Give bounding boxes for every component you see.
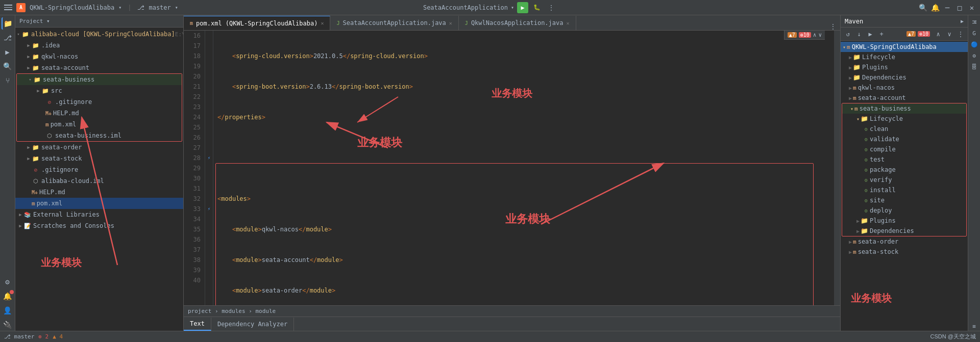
editor-scrollbar[interactable] [834, 31, 840, 305]
activity-project-icon[interactable]: 📁 [2, 17, 14, 30]
tree-item-scratches[interactable]: ▶ 📝 Scratches and Consoles [15, 220, 183, 231]
maven-tree-qkwl-nacos[interactable]: ▶ m qkwl-nacos [841, 83, 968, 93]
tree-item-seata-stock[interactable]: ▶ 📁 seata-stock [15, 153, 183, 164]
maven-label: verify [870, 176, 892, 183]
sidebar-content: ▾ 📁 alibaba-cloud [QKWL-SpringCloudAliba… [15, 28, 183, 331]
maven-tree-sb-lifecycle[interactable]: ▾ 📁 Lifecycle [842, 114, 966, 124]
tree-item-seata-account[interactable]: ▶ 📁 seata-account [15, 62, 183, 73]
maven-tree-package[interactable]: ⚙ package [842, 165, 966, 175]
maven-tree-site[interactable]: ⚙ site [842, 195, 966, 205]
tree-item-alibaba-cloud-iml[interactable]: ⬡ alibaba-cloud.iml [15, 175, 183, 187]
activity-search-icon[interactable]: 🔍 [2, 60, 14, 72]
maven-tree-dependencies[interactable]: ▶ 📁 Dependencies [841, 72, 968, 83]
maven-tree-deploy[interactable]: ⚙ deploy [842, 205, 966, 216]
activity-run-icon[interactable]: ▶ [2, 46, 14, 58]
tree-item-gitignore1[interactable]: ⊘ .gitignore [17, 96, 182, 108]
tree-label: Scratches and Consoles [33, 222, 114, 229]
activity-avatar-icon[interactable]: 👤 [2, 304, 14, 317]
run-button[interactable]: ▶ [517, 2, 528, 13]
close-button[interactable]: ✕ [968, 4, 976, 12]
run-config-dropdown[interactable]: ▾ [511, 5, 514, 10]
maven-tree-lifecycle[interactable]: ▶ 📁 Lifecycle [841, 52, 968, 62]
tree-item-alibaba-cloud[interactable]: ▾ 📁 alibaba-cloud [QKWL-SpringCloudAliba… [15, 29, 183, 40]
more-actions-button[interactable]: ⋮ [546, 2, 557, 13]
tab-close-icon[interactable]: ✕ [321, 20, 324, 26]
notifications-button[interactable]: 🔔 [931, 4, 939, 12]
tab-close-icon[interactable]: ✕ [567, 20, 570, 26]
activity-plugins-icon[interactable]: 🔌 [2, 319, 14, 331]
maven-module-icon: m [853, 249, 856, 255]
debug-button[interactable]: 🐛 [531, 2, 543, 13]
code-content[interactable]: <spring-cloud.version>2021.0.5</spring-c… [213, 31, 834, 305]
sidebar-header[interactable]: Project ▾ [15, 15, 183, 28]
title-bar-center: SeataAccountApplication ▾ ▶ 🐛 ⋮ [423, 2, 557, 13]
maven-tree-seata-stock[interactable]: ▶ m seata-stock [841, 247, 968, 257]
tree-item-idea[interactable]: ▶ 📁 .idea [15, 40, 183, 51]
maven-tree-root[interactable]: ▾ m QKWL-SpringCloudAlibaba [841, 42, 968, 52]
tree-item-seata-business[interactable]: ▾ 📁 seata-business [17, 74, 182, 85]
tree-item-seata-business-iml[interactable]: ⬡ seata-business.iml [17, 130, 182, 141]
maven-run-btn[interactable]: ▶ [865, 29, 875, 39]
maven-tree-test[interactable]: ⚙ test [842, 154, 966, 165]
maven-tree-install[interactable]: ⚙ install [842, 185, 966, 195]
maven-tree-validate[interactable]: ⚙ validate [842, 134, 966, 144]
tab-qkwl-nacos[interactable]: J QkwlNacosApplication.java ✕ [459, 16, 576, 30]
maven-download-btn[interactable]: ↓ [854, 29, 864, 39]
activity-vcs-icon[interactable]: ⎇ [2, 32, 14, 44]
maven-panel: Maven ▶ ↺ ↓ ▶ + ▲7 ⊗10 ∧ ∨ ⋮ ▾ m QKWL-Sp… [840, 15, 968, 331]
right-gradle-icon[interactable]: G [970, 29, 979, 38]
maven-tree-arrow: ▶ [856, 228, 860, 234]
maven-tree-plugins[interactable]: ▶ 📁 Plugins [841, 62, 968, 72]
tree-item-src[interactable]: ▶ 📁 src [17, 85, 182, 96]
activity-notifications-icon[interactable]: 🔔 [2, 290, 14, 302]
activity-bar: 📁 ⎇ ▶ 🔍 ⑂ ⚙ 🔔 👤 🔌 [0, 15, 15, 331]
tree-item-external-libraries[interactable]: ▶ 📚 External Libraries [15, 209, 183, 220]
branch-dropdown[interactable]: ▾ [175, 5, 178, 10]
tree-item-seata-order[interactable]: ▶ 📁 seata-order [15, 142, 183, 153]
maven-tree-seata-account[interactable]: ▶ m seata-account [841, 93, 968, 103]
tree-item-pom-xml2[interactable]: m pom.xml [15, 198, 183, 209]
right-notifications-icon[interactable]: 🔵 [970, 40, 979, 49]
maven-tree-compile[interactable]: ⚙ compile [842, 144, 966, 154]
tab-close-icon[interactable]: ✕ [449, 20, 452, 26]
maven-up-btn[interactable]: ∧ [933, 29, 943, 39]
maven-tree-sb-dependencies[interactable]: ▶ 📁 Dependencies [842, 226, 966, 236]
tree-label: seata-business [43, 76, 94, 83]
maven-add-btn[interactable]: + [876, 29, 887, 39]
activity-git-icon[interactable]: ⑂ [2, 74, 14, 87]
bottom-tab-dependency[interactable]: Dependency Analyzer [211, 318, 294, 331]
tab-seata-account[interactable]: J SeataAccountApplication.java ✕ [330, 16, 458, 30]
tree-item-gitignore2[interactable]: ⊘ .gitignore [15, 164, 183, 175]
maven-tree-seata-order[interactable]: ▶ m seata-order [841, 236, 968, 247]
tree-item-help-md2[interactable]: M+ HELP.md [15, 187, 183, 198]
maven-down-btn[interactable]: ∨ [944, 29, 954, 39]
activity-settings-icon[interactable]: ⚙ [2, 276, 14, 288]
tree-item-qkwl-nacos[interactable]: ▶ 📁 qkwl-nacos [15, 51, 183, 62]
maven-tree-seata-business[interactable]: ▾ m seata-business [842, 103, 966, 114]
maven-collapse-icon[interactable]: ▶ [961, 18, 964, 24]
right-database-icon[interactable]: 🗄 [970, 62, 979, 71]
maven-tree-sb-plugins[interactable]: ▶ 📁 Plugins [842, 216, 966, 226]
minimize-button[interactable]: ─ [943, 4, 951, 12]
project-dropdown[interactable]: ▾ [118, 5, 121, 10]
search-button[interactable]: 🔍 [919, 4, 927, 12]
bottom-tab-text[interactable]: Text [184, 318, 211, 331]
maven-tree-verify[interactable]: ⚙ verify [842, 175, 966, 185]
maven-more-btn[interactable]: ⋮ [955, 29, 966, 39]
maven-refresh-btn[interactable]: ↺ [843, 29, 853, 39]
right-structure-icon[interactable]: ≡ [970, 322, 979, 331]
menu-icon[interactable] [4, 4, 12, 12]
maven-tree-clean[interactable]: ⚙ clean [842, 124, 966, 134]
tree-item-pom-xml1[interactable]: m pom.xml [17, 119, 182, 130]
right-ant-build-icon[interactable]: ⚙ [970, 51, 979, 60]
lifecycle-icon: ⚙ [865, 167, 868, 173]
tree-item-help-md1[interactable]: M+ HELP.md [17, 108, 182, 119]
right-maven-icon[interactable]: M [970, 17, 979, 27]
maximize-button[interactable]: □ [955, 4, 964, 12]
tab-overflow-button[interactable]: ⋮ [826, 23, 840, 30]
up-arrow[interactable]: ∧ [813, 32, 817, 38]
tab-pom-xml[interactable]: m pom.xml (QKWL-SpringCloudAlibaba) ✕ [184, 16, 330, 30]
maven-label: clean [870, 125, 888, 133]
scratches-icon: 📝 [23, 222, 32, 230]
down-arrow[interactable]: ∨ [818, 32, 822, 38]
